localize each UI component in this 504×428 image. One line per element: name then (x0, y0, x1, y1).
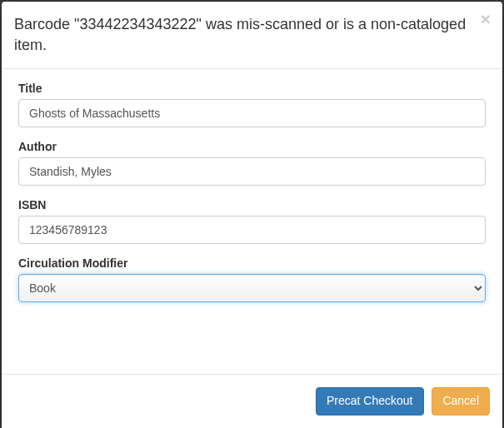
modal-header: × Barcode "33442234343222" was mis-scann… (2, 2, 502, 69)
title-label: Title (18, 82, 486, 95)
modal-title: Barcode "33442234343222" was mis-scanned… (14, 14, 490, 56)
modal-body: Title Author ISBN Circulation Modifier B… (2, 69, 502, 374)
title-input[interactable] (18, 99, 486, 127)
circ-modifier-group: Circulation Modifier Book (18, 256, 486, 302)
close-icon: × (481, 9, 491, 28)
isbn-label: ISBN (18, 198, 486, 212)
cancel-button[interactable]: Cancel (432, 387, 490, 416)
circ-modifier-label: Circulation Modifier (18, 256, 486, 270)
modal-backdrop: × Barcode "33442234343222" was mis-scann… (0, 0, 504, 428)
author-input[interactable] (18, 157, 486, 186)
author-label: Author (18, 140, 486, 153)
modal-footer: Precat Checkout Cancel (2, 374, 502, 428)
isbn-input[interactable] (18, 216, 486, 244)
title-group: Title (18, 82, 486, 127)
author-group: Author (18, 140, 486, 186)
precat-checkout-button[interactable]: Precat Checkout (316, 387, 424, 416)
close-button[interactable]: × (481, 10, 491, 27)
precat-dialog: × Barcode "33442234343222" was mis-scann… (2, 2, 502, 428)
isbn-group: ISBN (18, 198, 486, 244)
circ-modifier-select[interactable]: Book (18, 274, 486, 302)
